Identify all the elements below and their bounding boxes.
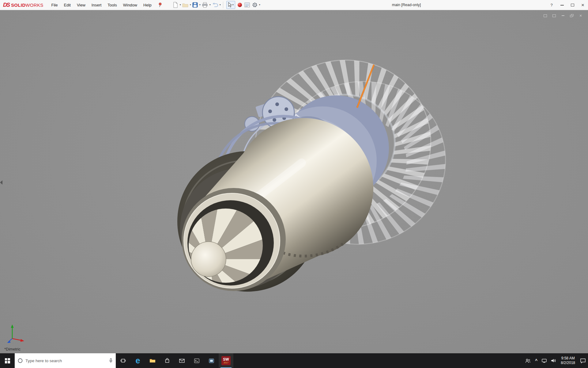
tray-overflow-button[interactable]: ^ <box>533 353 540 368</box>
cursor-arrow-icon <box>228 2 232 8</box>
console-icon <box>194 358 199 363</box>
undo-button[interactable] <box>211 1 219 9</box>
taskbar-app-button[interactable] <box>204 353 219 368</box>
undo-arrow-icon <box>212 2 218 7</box>
dropdown-caret-icon[interactable]: ▾ <box>259 1 260 9</box>
new-document-icon <box>173 2 178 8</box>
menu-window[interactable]: Window <box>120 0 140 10</box>
task-pane-button[interactable] <box>243 1 251 9</box>
select-tool-button[interactable]: ▾ <box>226 1 235 9</box>
speaker-icon <box>551 358 556 363</box>
doc-close-button[interactable]: × <box>578 13 584 18</box>
sw-year: 2017 <box>224 362 228 364</box>
menu-insert[interactable]: Insert <box>89 0 105 10</box>
menu-tools[interactable]: Tools <box>104 0 120 10</box>
engine-model[interactable] <box>147 37 467 320</box>
microphone-icon[interactable] <box>109 358 113 363</box>
volume-button[interactable] <box>549 353 558 368</box>
windows-logo-icon <box>5 358 10 363</box>
network-icon <box>542 358 547 363</box>
x-axis-arrow <box>21 339 24 342</box>
solidworks-icon: SW 2017 <box>221 356 231 365</box>
minimize-icon <box>560 5 564 6</box>
document-window-controls: × <box>542 13 584 18</box>
brand-works: WORKS <box>25 2 43 8</box>
menubar: File Edit View Insert Tools Window Help <box>48 0 155 10</box>
dropdown-caret-icon[interactable]: ▾ <box>199 1 201 9</box>
notification-icon <box>580 358 586 363</box>
command-prompt-button[interactable] <box>189 353 204 368</box>
window-icon <box>544 14 547 17</box>
menu-file[interactable]: File <box>48 0 61 10</box>
start-button[interactable] <box>0 353 15 368</box>
menu-help[interactable]: Help <box>140 0 155 10</box>
viewport-canvas[interactable] <box>0 10 588 353</box>
envelope-icon <box>179 359 185 363</box>
file-explorer-button[interactable] <box>145 353 160 368</box>
solidworks-logo: DS SOLID WORKS <box>0 2 48 8</box>
orientation-triad <box>3 317 29 343</box>
window-controls: ? × <box>546 0 588 10</box>
save-floppy-icon <box>192 2 198 8</box>
brand-solid: SOLID <box>11 2 25 8</box>
maximize-icon <box>571 4 574 6</box>
new-document-button[interactable] <box>172 1 179 9</box>
dropdown-caret-icon[interactable]: ▾ <box>190 1 191 9</box>
printer-icon <box>202 2 208 8</box>
maximize-button[interactable] <box>567 0 578 10</box>
clock-time: 9:58 AM <box>561 356 575 361</box>
dropdown-caret-icon[interactable]: ▾ <box>220 1 221 9</box>
minimize-icon <box>562 15 564 16</box>
app-window-icon <box>209 358 214 363</box>
action-center-button[interactable] <box>578 353 588 368</box>
dropdown-caret-icon[interactable]: ▾ <box>180 1 181 9</box>
store-button[interactable] <box>160 353 175 368</box>
edge-button[interactable]: e <box>130 353 145 368</box>
sw-label: SW <box>223 358 229 361</box>
standard-toolbar: ▾ ▾ ▾ ▾ ▾ <box>172 0 260 10</box>
open-button[interactable] <box>181 1 189 9</box>
taskbar-search[interactable] <box>15 353 116 368</box>
menu-edit[interactable]: Edit <box>61 0 74 10</box>
tail-cone-tip <box>191 242 226 277</box>
folder-icon <box>149 358 156 363</box>
doc-minimize-button[interactable] <box>560 13 566 18</box>
doc-window-icon[interactable] <box>551 13 557 18</box>
restore-icon <box>570 14 574 17</box>
shopping-bag-icon <box>165 358 170 363</box>
featuremanager-flyout-arrow[interactable] <box>0 180 2 185</box>
network-button[interactable] <box>540 353 549 368</box>
search-input[interactable] <box>25 358 106 363</box>
save-button[interactable] <box>191 1 199 9</box>
doc-restore-button[interactable] <box>569 13 575 18</box>
dropdown-caret-icon[interactable]: ▾ <box>209 1 211 9</box>
task-view-icon <box>120 358 126 363</box>
system-tray: ^ 9:58 AM 8/2/2018 <box>523 353 588 368</box>
minimize-button[interactable] <box>557 0 567 10</box>
ds-logo-icon: DS <box>3 2 9 8</box>
appearance-sphere-button[interactable] <box>236 1 243 9</box>
print-button[interactable] <box>201 1 209 9</box>
close-button[interactable]: × <box>578 0 588 10</box>
windows-taskbar: e SW 2017 <box>0 353 588 368</box>
cortana-circle-icon <box>18 358 23 363</box>
doc-window-icon[interactable] <box>542 13 548 18</box>
menu-view[interactable]: View <box>74 0 89 10</box>
orientation-label: *Dimetric <box>4 347 21 351</box>
graphics-area[interactable]: × *Dimetric <box>0 10 588 353</box>
options-button[interactable] <box>251 1 258 9</box>
help-button[interactable]: ? <box>546 0 557 10</box>
task-view-button[interactable] <box>116 353 130 368</box>
people-button[interactable] <box>523 353 533 368</box>
solidworks-taskbar-button[interactable]: SW 2017 <box>219 353 233 368</box>
toolbar-separator <box>223 2 223 8</box>
task-pane-icon <box>244 2 250 7</box>
taskbar-clock[interactable]: 9:58 AM 8/2/2018 <box>558 353 578 368</box>
mail-button[interactable] <box>175 353 189 368</box>
window-icon <box>552 14 556 17</box>
pushpin-icon <box>158 2 162 7</box>
edge-icon: e <box>135 357 140 365</box>
dropdown-caret-icon[interactable]: ▾ <box>232 1 234 9</box>
document-title: main [Read-only] <box>392 0 421 10</box>
pin-menu-button[interactable] <box>156 1 164 9</box>
